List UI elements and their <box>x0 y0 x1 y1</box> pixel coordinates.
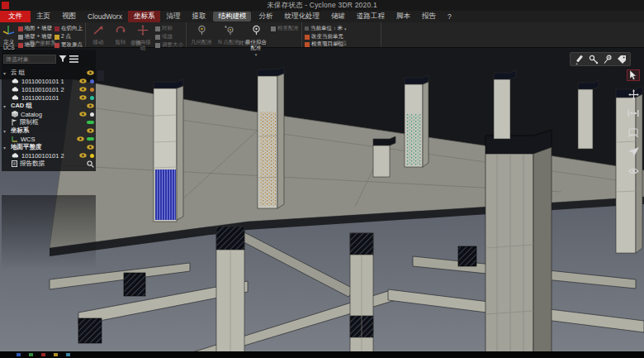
free-move-button[interactable]: 自由移动 <box>133 23 153 41</box>
tree-group-clouds[interactable]: ▾ 云 组 <box>3 69 94 77</box>
taskbar-icon[interactable] <box>29 353 33 356</box>
tree-expander-icon[interactable]: ▾ <box>3 103 8 109</box>
tree-expander-icon[interactable]: ▾ <box>3 70 8 76</box>
eye-icon[interactable] <box>87 70 94 75</box>
tab-script[interactable]: 脚本 <box>391 11 416 22</box>
visibility-toggle[interactable] <box>87 121 94 125</box>
tab-civil[interactable]: 道路工程 <box>351 11 391 22</box>
tree-item-cloud-1[interactable]: 10110010101 1 <box>3 77 94 85</box>
taskbar-icon[interactable] <box>41 353 45 356</box>
eye-icon[interactable] <box>87 103 94 108</box>
wall-wall-icon <box>18 35 23 40</box>
cloud-icon <box>12 153 19 158</box>
taskbar-icon[interactable] <box>54 353 58 356</box>
chevron-down-icon: ▾ <box>344 26 347 31</box>
tab-clean[interactable]: 清理 <box>160 11 186 22</box>
visibility-toggle[interactable] <box>87 137 94 141</box>
eye-icon[interactable] <box>79 95 87 100</box>
tab-coordinate-system[interactable]: 坐标系 <box>128 11 161 22</box>
menu-hamburger-icon[interactable] <box>69 51 78 66</box>
geometric-registration-button[interactable]: 几何配准 <box>189 23 214 41</box>
group-transform: 移动 旋转 自由移动 对称 缩放 调整大小 变换 <box>86 22 187 47</box>
eye-icon[interactable] <box>79 153 87 158</box>
tab-tank[interactable]: 储罐 <box>325 11 351 22</box>
tree-item-report-data[interactable]: 报告数据 <box>3 160 94 168</box>
group-label-units: 单位 <box>302 40 381 47</box>
group-label-align: 对齐 <box>187 40 301 47</box>
color-swatch[interactable] <box>90 96 94 100</box>
eye-icon[interactable] <box>79 112 87 117</box>
color-swatch[interactable] <box>90 112 94 117</box>
viewport-3d[interactable] <box>0 0 644 358</box>
tangent-icon <box>54 26 59 31</box>
tab-modeling[interactable]: 结构建模 <box>213 12 251 21</box>
tree-item-cloud-3[interactable]: 10110010101 <box>3 93 94 102</box>
eye-icon[interactable] <box>79 87 87 92</box>
eye-icon[interactable] <box>79 79 87 84</box>
tab-cloudworx[interactable]: CloudWorx <box>82 11 128 22</box>
color-swatch[interactable] <box>90 88 94 92</box>
window-title: 未保存状态 - Cyclone 3DR 2020.1 <box>0 1 644 11</box>
eye-icon[interactable] <box>77 136 84 141</box>
filter-funnel-icon[interactable] <box>59 51 67 66</box>
tree-item-catalog[interactable]: Catalog <box>3 110 94 118</box>
tree-item-cloud-2[interactable]: 10110010101 2 <box>3 85 94 93</box>
best-fit-registration-button[interactable]: 最佳拟合配准 ▾ <box>244 23 268 41</box>
color-swatch[interactable] <box>90 154 94 158</box>
ucs-on-tangent-button[interactable]: 在切向上 <box>54 25 83 32</box>
move-button[interactable]: 移动 <box>88 23 108 41</box>
pan-icon[interactable] <box>627 88 640 100</box>
tab-file[interactable]: 文件 <box>0 11 31 22</box>
pin-points-icon <box>224 24 234 39</box>
select-cursor-icon[interactable] <box>627 69 640 81</box>
tab-home[interactable]: 主页 <box>31 11 56 22</box>
tab-extract[interactable]: 提取 <box>186 11 211 22</box>
group-label-transform: 变换 <box>86 40 186 47</box>
move-arrow-icon <box>92 24 104 39</box>
tab-view[interactable]: 视图 <box>56 11 82 22</box>
tab-report[interactable]: 报告 <box>416 11 442 22</box>
tree-item-wcs[interactable]: WCS <box>3 135 94 143</box>
taskbar-icon[interactable] <box>17 353 21 356</box>
tree-group-cad[interactable]: ▾ CAD 组 <box>3 102 94 110</box>
tree-expander-icon[interactable]: ▾ <box>3 128 8 134</box>
document-icon <box>12 160 17 167</box>
tab-analysis[interactable]: 分析 <box>253 11 278 22</box>
mirror-icon <box>155 26 160 31</box>
eye-icon[interactable] <box>87 128 94 133</box>
point-label-icon[interactable] <box>588 54 599 64</box>
tree-group-coordinate-systems[interactable]: ▾ 坐标系 <box>3 126 94 135</box>
look-around-icon[interactable] <box>627 165 640 176</box>
define-ucs-button[interactable]: 定义 UCS <box>2 23 16 41</box>
filter-objects-input[interactable] <box>3 55 56 64</box>
units-icon <box>305 26 309 31</box>
windows-taskbar[interactable] <box>0 351 644 358</box>
n-points-registration-button[interactable]: N 点配准 <box>216 23 241 41</box>
ucs-floor-wall-button[interactable]: 地面 + 墙壁 <box>18 25 52 32</box>
rotate-button[interactable]: 旋转 <box>111 23 130 41</box>
mirror-button[interactable]: 对称 <box>155 25 183 32</box>
tab-texturing[interactable]: 纹理化处理 <box>278 11 325 22</box>
color-swatch[interactable] <box>90 79 94 84</box>
group-user-coordinate-system: 定义 UCS 地面 + 墙壁 墙壁 + 墙壁 墙壁 在切向上 2 点 更改原点 … <box>0 22 86 47</box>
eye-icon[interactable] <box>87 145 94 150</box>
magnifier-icon[interactable] <box>87 160 94 168</box>
orbit-icon[interactable] <box>627 126 640 138</box>
application-window: 未保存状态 - Cyclone 3DR 2020.1 文件 主页 视图 Clou… <box>0 0 644 358</box>
tab-help[interactable]: ? <box>442 11 457 22</box>
point-coordinate-icon[interactable] <box>602 54 613 64</box>
check-registration-button[interactable]: 检查配准 <box>271 25 299 32</box>
cloud-icon <box>12 79 19 84</box>
cloud-icon <box>12 87 19 92</box>
taskbar-icon[interactable] <box>66 353 70 356</box>
measure-pen-icon[interactable] <box>574 54 585 64</box>
tag-icon[interactable] <box>616 54 627 64</box>
check-registration-icon <box>271 26 276 31</box>
tree-expander-icon[interactable]: ▾ <box>3 145 8 150</box>
tree-group-floor-flatness[interactable]: ▾ 地面平整度 <box>3 143 94 151</box>
fly-icon[interactable] <box>627 146 640 157</box>
tree-item-limit-box[interactable]: 限制框 <box>3 118 94 126</box>
flag-icon <box>12 119 17 126</box>
zoom-fit-icon[interactable] <box>627 107 640 119</box>
tree-item-flatness-cloud[interactable]: 10110010101 2 <box>3 151 94 160</box>
